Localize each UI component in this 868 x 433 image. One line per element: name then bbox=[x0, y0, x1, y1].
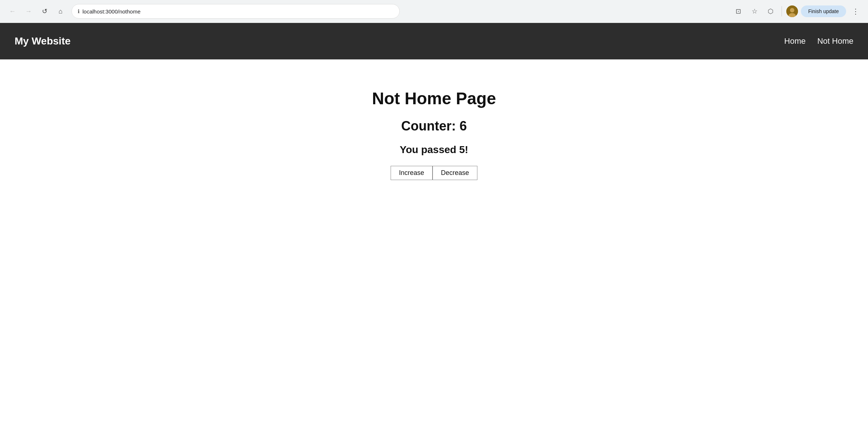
nav-buttons: ← → ↺ ⌂ bbox=[6, 5, 67, 18]
cast-icon: ⊡ bbox=[736, 7, 741, 15]
nav-link-home[interactable]: Home bbox=[784, 36, 806, 46]
address-bar[interactable]: ℹ localhost:3000/nothome bbox=[71, 4, 400, 19]
finish-update-button[interactable]: Finish update bbox=[801, 5, 846, 17]
browser-chrome: ← → ↺ ⌂ ℹ localhost:3000/nothome ⊡ ☆ ⬡ bbox=[0, 0, 868, 23]
counter-buttons: Increase Decrease bbox=[391, 166, 477, 180]
reload-icon: ↺ bbox=[42, 7, 47, 15]
info-icon: ℹ bbox=[78, 8, 80, 14]
site-navigation: My Website Home Not Home bbox=[0, 23, 868, 59]
site-title: My Website bbox=[15, 35, 784, 47]
menu-dots-icon: ⋮ bbox=[852, 7, 859, 16]
avatar-image bbox=[786, 5, 798, 17]
cast-button[interactable]: ⊡ bbox=[732, 5, 745, 18]
browser-actions: ⊡ ☆ ⬡ Finish update ⋮ bbox=[732, 5, 862, 18]
nav-link-not-home[interactable]: Not Home bbox=[817, 36, 853, 46]
home-button[interactable]: ⌂ bbox=[54, 5, 67, 18]
menu-button[interactable]: ⋮ bbox=[849, 5, 862, 18]
main-content: Not Home Page Counter: 6 You passed 5! I… bbox=[0, 59, 868, 180]
divider bbox=[782, 6, 782, 16]
star-icon: ☆ bbox=[752, 7, 757, 15]
svg-point-1 bbox=[790, 8, 794, 12]
extensions-button[interactable]: ⬡ bbox=[764, 5, 777, 18]
forward-icon: → bbox=[25, 8, 32, 15]
passed-text: You passed 5! bbox=[400, 144, 468, 156]
forward-button[interactable]: → bbox=[22, 5, 35, 18]
reload-button[interactable]: ↺ bbox=[38, 5, 51, 18]
back-icon: ← bbox=[9, 8, 16, 15]
extensions-icon: ⬡ bbox=[768, 7, 774, 15]
profile-avatar[interactable] bbox=[786, 5, 798, 17]
decrease-button[interactable]: Decrease bbox=[433, 166, 477, 180]
url-text: localhost:3000/nothome bbox=[82, 8, 394, 15]
back-button[interactable]: ← bbox=[6, 5, 19, 18]
increase-button[interactable]: Increase bbox=[391, 166, 433, 180]
counter-display: Counter: 6 bbox=[401, 118, 467, 134]
site-nav-links: Home Not Home bbox=[784, 36, 853, 46]
page-title: Not Home Page bbox=[372, 89, 496, 108]
bookmark-button[interactable]: ☆ bbox=[748, 5, 761, 18]
home-icon: ⌂ bbox=[59, 8, 63, 15]
